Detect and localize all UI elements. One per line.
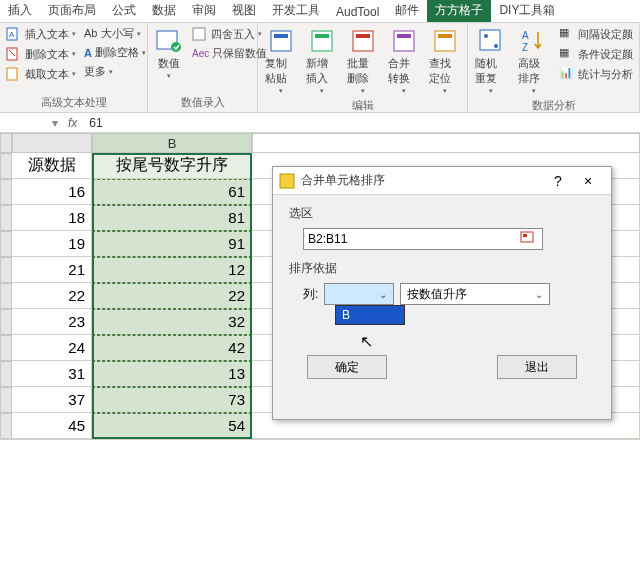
name-box-dropdown[interactable]: ▾ — [48, 116, 62, 130]
cell-a2[interactable]: 16 — [12, 179, 92, 205]
row-header-4[interactable] — [0, 231, 12, 257]
row-header-9[interactable] — [0, 361, 12, 387]
column-label: 列: — [303, 286, 318, 303]
range-input[interactable] — [308, 232, 520, 246]
row-header-10[interactable] — [0, 387, 12, 413]
tab-8[interactable]: 邮件 — [387, 0, 427, 22]
column-dropdown[interactable]: ⌄ — [324, 283, 394, 305]
cell-b10[interactable]: 73 — [92, 387, 252, 413]
cell-a7[interactable]: 23 — [12, 309, 92, 335]
cell-b5[interactable]: 12 — [92, 257, 252, 283]
g3-icon-3 — [390, 27, 418, 55]
column-dropdown-list: B — [335, 305, 405, 325]
dialog-icon — [279, 173, 295, 189]
delete-text-icon — [6, 46, 22, 62]
trim-spaces-button[interactable]: A删除空格▾ — [82, 44, 148, 61]
svg-rect-11 — [315, 34, 329, 38]
tab-0[interactable]: 插入 — [0, 0, 40, 22]
g3-btn-3[interactable]: 合并转换▾ — [385, 25, 422, 97]
cell-a1[interactable]: 源数据 — [12, 153, 92, 179]
row-header-11[interactable] — [0, 413, 12, 439]
dropdown-option-b[interactable]: B — [336, 306, 404, 324]
row-header-5[interactable] — [0, 257, 12, 283]
cond-icon: ▦ — [559, 46, 575, 62]
cell-a6[interactable]: 22 — [12, 283, 92, 309]
random-icon — [477, 27, 505, 55]
interval-color-button[interactable]: ▦间隔设定颜 — [557, 25, 635, 43]
svg-rect-17 — [438, 34, 452, 38]
cell-a3[interactable]: 18 — [12, 205, 92, 231]
selection-section-label: 选区 — [289, 205, 595, 222]
cell-b9[interactable]: 13 — [92, 361, 252, 387]
cell-b4[interactable]: 91 — [92, 231, 252, 257]
cell-b8[interactable]: 42 — [92, 335, 252, 361]
dialog-help-button[interactable]: ? — [545, 173, 571, 189]
cell-a5[interactable]: 21 — [12, 257, 92, 283]
cell-a8[interactable]: 24 — [12, 335, 92, 361]
col-header-a[interactable] — [12, 133, 92, 153]
tab-1[interactable]: 页面布局 — [40, 0, 104, 22]
number-button[interactable]: 数值▾ — [152, 25, 186, 82]
cell-b1[interactable]: 按尾号数字升序 — [92, 153, 252, 179]
row-header-8[interactable] — [0, 335, 12, 361]
row-header-1[interactable] — [0, 153, 12, 179]
group-label-analysis: 数据分析 — [472, 97, 635, 114]
tab-10[interactable]: DIY工具箱 — [491, 0, 563, 22]
tab-3[interactable]: 数据 — [144, 0, 184, 22]
g3-btn-1[interactable]: 新增插入▾ — [303, 25, 340, 97]
cut-text-button[interactable]: 截取文本▾ — [4, 65, 78, 83]
g3-btn-0[interactable]: 复制粘贴▾ — [262, 25, 299, 97]
row-header-2[interactable] — [0, 179, 12, 205]
dialog-close-button[interactable]: × — [571, 173, 605, 189]
sortby-section-label: 排序依据 — [289, 260, 595, 277]
group-label-text: 高级文本处理 — [4, 94, 143, 111]
sort-type-dropdown[interactable]: 按数值升序 ⌄ — [400, 283, 550, 305]
cell-b7[interactable]: 32 — [92, 309, 252, 335]
tab-6[interactable]: 开发工具 — [264, 0, 328, 22]
cell-a9[interactable]: 31 — [12, 361, 92, 387]
advanced-sort-button[interactable]: AZ高级排序▾ — [515, 25, 554, 97]
formula-value[interactable]: 61 — [83, 116, 108, 130]
stats-button[interactable]: 📊统计与分析 — [557, 65, 635, 83]
g3-btn-2[interactable]: 批量删除▾ — [344, 25, 381, 97]
empty-rows[interactable] — [0, 439, 640, 539]
case-button[interactable]: Ab 大小写▾ — [82, 25, 148, 42]
cell-a4[interactable]: 19 — [12, 231, 92, 257]
dialog-titlebar[interactable]: 合并单元格排序 ? × — [273, 167, 611, 195]
fx-label[interactable]: fx — [62, 116, 83, 130]
svg-text:Z: Z — [522, 42, 528, 53]
formula-bar: ▾ fx 61 — [0, 113, 640, 133]
cell-b2[interactable]: 61 — [92, 179, 252, 205]
col-header-rest[interactable] — [252, 133, 640, 153]
g3-icon-4 — [431, 27, 459, 55]
cell-a10[interactable]: 37 — [12, 387, 92, 413]
ok-button[interactable]: 确定 — [307, 355, 387, 379]
random-duplicate-button[interactable]: 随机重复▾ — [472, 25, 511, 97]
tab-2[interactable]: 公式 — [104, 0, 144, 22]
interval-icon: ▦ — [559, 26, 575, 42]
tab-4[interactable]: 审阅 — [184, 0, 224, 22]
col-header-b[interactable]: B — [92, 133, 252, 153]
delete-text-button[interactable]: 删除文本▾ — [4, 45, 78, 63]
row-header-3[interactable] — [0, 205, 12, 231]
cancel-button[interactable]: 退出 — [497, 355, 577, 379]
cell-b6[interactable]: 22 — [92, 283, 252, 309]
svg-rect-4 — [7, 68, 17, 80]
cell-b11[interactable]: 54 — [92, 413, 252, 439]
svg-rect-15 — [397, 34, 411, 38]
row-header-7[interactable] — [0, 309, 12, 335]
cell-b3[interactable]: 81 — [92, 205, 252, 231]
insert-text-button[interactable]: A插入文本▾ — [4, 25, 78, 43]
cell-a11[interactable]: 45 — [12, 413, 92, 439]
g3-btn-4[interactable]: 查找定位▾ — [426, 25, 463, 97]
tab-9[interactable]: 方方格子 — [427, 0, 491, 22]
more-button[interactable]: 更多▾ — [82, 63, 148, 80]
select-all-corner[interactable] — [0, 133, 12, 153]
row-header-6[interactable] — [0, 283, 12, 309]
cond-color-button[interactable]: ▦条件设定颜 — [557, 45, 635, 63]
svg-point-6 — [171, 42, 181, 52]
tab-5[interactable]: 视图 — [224, 0, 264, 22]
range-picker-icon[interactable] — [520, 231, 538, 247]
tab-7[interactable]: AudTool — [328, 2, 387, 22]
svg-text:A: A — [522, 30, 529, 41]
